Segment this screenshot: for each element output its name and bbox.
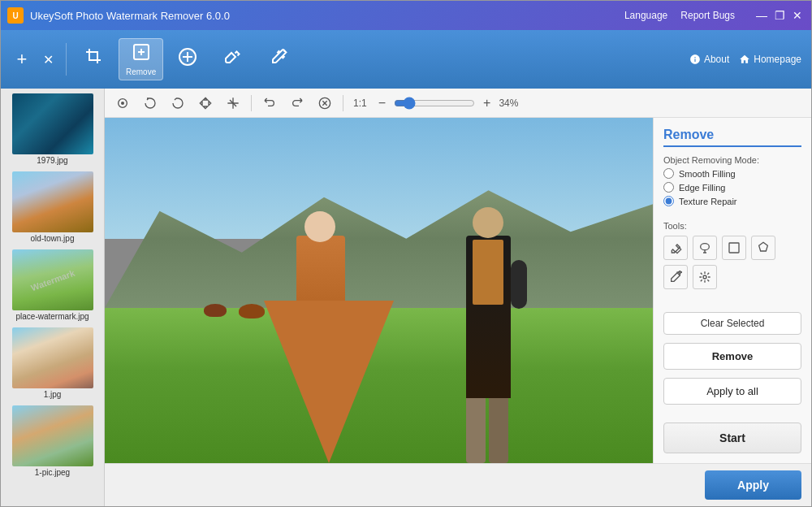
zoom-minus-btn[interactable]: − <box>375 96 389 110</box>
file-name-4: 1.jpg <box>44 390 62 399</box>
mode-edge-radio[interactable] <box>663 182 674 193</box>
mode-smooth-radio[interactable] <box>663 168 674 179</box>
flip-h-btn[interactable] <box>194 93 217 113</box>
titlebar: U UkeySoft Photo Watermark Remover 6.0.0… <box>1 1 811 30</box>
magic-tool-btn[interactable] <box>663 265 688 289</box>
rotate-left-btn[interactable] <box>139 93 162 113</box>
remove-file-btn[interactable]: ✕ <box>37 48 59 71</box>
ribbon-tool-brush[interactable] <box>212 44 254 76</box>
apply-btn[interactable]: Apply <box>705 470 801 500</box>
app-logo: U <box>7 7 24 24</box>
ribbon: + ✕ Remove <box>1 30 811 89</box>
content-area: 1:1 − + 34% <box>105 89 811 506</box>
tools-row <box>663 236 801 289</box>
svg-point-2 <box>121 102 124 105</box>
file-item-3[interactable]: Watermark place-watermark.jpg <box>4 248 101 323</box>
zoom-plus-btn[interactable]: + <box>480 96 494 110</box>
man-arm <box>511 260 527 309</box>
tools-label: Tools: <box>663 221 801 231</box>
zoom-slider[interactable] <box>394 97 475 110</box>
flip-v-btn[interactable] <box>222 93 244 113</box>
brush-tool-btn[interactable] <box>111 93 134 113</box>
mode-texture[interactable]: Texture Repair <box>663 196 801 206</box>
star-tool-btn[interactable] <box>693 265 717 289</box>
sky-layer <box>105 118 653 239</box>
panel-title: Remove <box>663 128 801 147</box>
polygon-tool-btn[interactable] <box>751 236 775 260</box>
rotate-right-btn[interactable] <box>166 93 189 113</box>
clear-all-btn[interactable] <box>313 93 336 113</box>
mode-edge[interactable]: Edge Filling <box>663 182 801 193</box>
svg-point-4 <box>701 244 710 250</box>
image-canvas[interactable] <box>105 118 653 463</box>
zoom-percent: 34% <box>499 98 528 109</box>
undo-btn[interactable] <box>258 93 281 113</box>
homepage-label: Homepage <box>754 54 801 65</box>
image-scene <box>105 118 653 463</box>
crop-icon <box>84 47 104 71</box>
retouch-icon <box>178 47 197 71</box>
ribbon-tool-retouch[interactable] <box>166 44 209 76</box>
file-thumb-2 <box>12 171 93 232</box>
woman-torso <box>296 236 345 301</box>
window-controls: — ❐ ✕ <box>754 8 805 23</box>
object-removing-section: Object Removing Mode: Smooth Filling Edg… <box>663 155 801 213</box>
man-leg-r <box>489 398 508 463</box>
main-content: 1979.jpg old-town.jpg Watermark place-wa… <box>1 89 811 506</box>
file-thumb-5 <box>12 405 93 466</box>
removing-mode-label: Object Removing Mode: <box>663 155 801 165</box>
ribbon-tool-eyedrop[interactable] <box>257 44 300 76</box>
language-btn[interactable]: Language <box>624 10 667 21</box>
add-file-btn[interactable]: + <box>11 48 33 71</box>
mode-smooth[interactable]: Smooth Filling <box>663 168 801 179</box>
about-label: About <box>704 54 729 65</box>
toolbar-sep-1 <box>251 95 252 111</box>
homepage-btn[interactable]: Homepage <box>739 54 801 65</box>
close-btn[interactable]: ✕ <box>790 8 805 23</box>
minimize-btn[interactable]: — <box>754 8 769 23</box>
mode-texture-radio[interactable] <box>663 196 674 206</box>
restore-btn[interactable]: ❐ <box>772 8 787 23</box>
svg-point-7 <box>703 275 706 279</box>
spacer <box>663 302 801 304</box>
edit-toolbar: 1:1 − + 34% <box>105 89 811 118</box>
file-name-5: 1-pic.jpeg <box>35 468 70 477</box>
file-name-2: old-town.jpg <box>31 234 75 243</box>
file-item-5[interactable]: 1-pic.jpeg <box>4 404 101 479</box>
toolbar-sep-2 <box>343 95 343 111</box>
file-item-2[interactable]: old-town.jpg <box>4 170 101 245</box>
removing-mode-group: Smooth Filling Edge Filling Texture Repa… <box>663 168 801 206</box>
file-sidebar: 1979.jpg old-town.jpg Watermark place-wa… <box>1 89 105 506</box>
pen-tool-btn[interactable] <box>663 236 688 260</box>
man-figure <box>466 236 511 463</box>
file-thumb-1 <box>12 93 93 154</box>
image-panel: Remove Object Removing Mode: Smooth Fill… <box>105 118 811 463</box>
remove-btn[interactable]: Remove <box>663 343 801 370</box>
bottom-spacer <box>663 413 801 414</box>
start-btn[interactable]: Start <box>663 422 801 453</box>
mode-texture-label: Texture Repair <box>679 197 737 206</box>
file-thumb-4 <box>12 327 93 388</box>
redo-btn[interactable] <box>286 93 309 113</box>
svg-marker-6 <box>759 242 768 251</box>
remove-tool-label: Remove <box>126 67 156 76</box>
file-item-1[interactable]: 1979.jpg <box>4 92 101 167</box>
ribbon-separator <box>66 43 67 76</box>
main-window: U UkeySoft Photo Watermark Remover 6.0.0… <box>0 0 812 507</box>
clear-selected-btn[interactable]: Clear Selected <box>663 312 801 335</box>
ribbon-tool-remove[interactable]: Remove <box>119 38 163 80</box>
man-leg-l <box>466 398 486 463</box>
file-item-4[interactable]: 1.jpg <box>4 326 101 401</box>
man-body <box>466 236 511 398</box>
lasso-tool-btn[interactable] <box>693 236 717 260</box>
brush-icon <box>223 47 243 71</box>
about-btn[interactable]: About <box>689 54 729 65</box>
report-bugs-btn[interactable]: Report Bugs <box>680 10 735 21</box>
app-title: UkeySoft Photo Watermark Remover 6.0.0 <box>30 10 624 22</box>
file-name-3: place-watermark.jpg <box>15 312 89 321</box>
zoom-ratio-label: 1:1 <box>353 98 367 109</box>
rect-tool-btn[interactable] <box>722 236 746 260</box>
ribbon-tool-crop[interactable] <box>73 44 115 76</box>
apply-to-all-btn[interactable]: Apply to all <box>663 378 801 405</box>
mode-edge-label: Edge Filling <box>679 183 725 193</box>
